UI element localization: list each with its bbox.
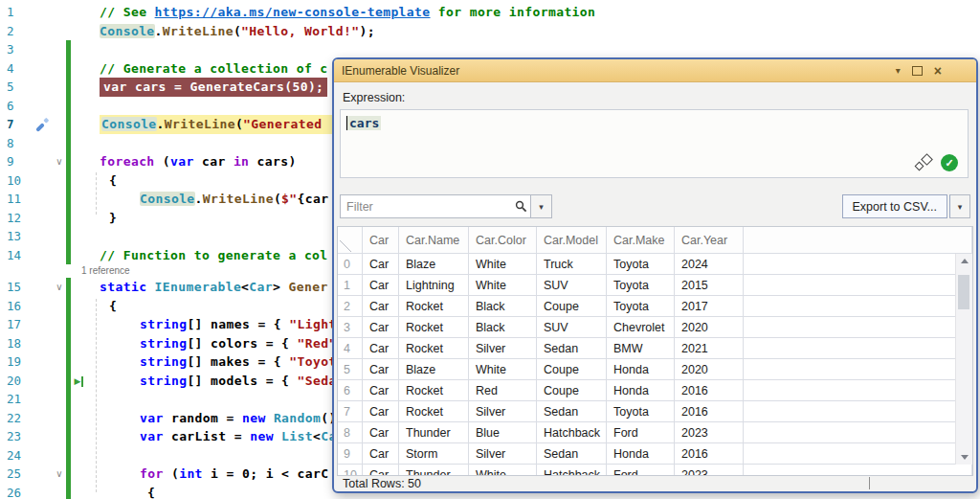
data-cell: Coupe <box>537 380 607 401</box>
code-text[interactable]: var cars = GenerateCars(50); <box>100 78 327 97</box>
data-cell <box>744 359 972 380</box>
line-number: 22 <box>0 411 32 425</box>
data-cell: Silver <box>469 401 537 422</box>
column-header-car-color[interactable]: Car.Color <box>469 227 537 254</box>
expression-value: cars <box>347 116 381 130</box>
code-text[interactable]: } <box>109 209 117 228</box>
table-row-6[interactable]: 6CarRocketRedCoupeHonda2016 <box>338 380 972 401</box>
line-number: 19 <box>0 354 32 369</box>
column-header-car-name[interactable]: Car.Name <box>399 227 469 254</box>
code-text[interactable]: // Generate a collection of c <box>100 59 328 79</box>
table-row-4[interactable]: 4CarRocketSilverSedanBMW2021 <box>338 338 972 359</box>
code-text[interactable]: string[] models = { "Seda <box>140 372 337 391</box>
column-header-car-make[interactable]: Car.Make <box>607 227 675 254</box>
data-cell <box>744 465 972 476</box>
window-menu-icon[interactable]: ▾ <box>896 66 901 76</box>
code-text[interactable]: var carList = new List<Ca <box>140 427 337 446</box>
data-cell <box>744 275 972 296</box>
table-row-7[interactable]: 7CarRocketSilverSedanToyota2016 <box>338 401 972 422</box>
search-icon[interactable] <box>511 200 530 213</box>
scroll-up-button[interactable] <box>956 254 972 268</box>
data-cell: Car <box>363 296 399 317</box>
cars-data-grid[interactable]: CarCar.NameCar.ColorCar.ModelCar.MakeCar… <box>337 226 973 476</box>
fold-chevron-icon[interactable]: ∨ <box>53 157 66 167</box>
data-cell: White <box>469 275 537 296</box>
line-number: 3 <box>0 42 32 57</box>
column-header-car-model[interactable]: Car.Model <box>537 227 607 254</box>
code-text[interactable]: static IEnumerable<Car> Gener <box>100 278 328 297</box>
data-cell: Blue <box>469 422 537 443</box>
column-header-car[interactable]: Car <box>363 227 399 254</box>
code-text[interactable]: foreach (var car in cars) <box>100 152 297 171</box>
filter-dropdown-button[interactable]: ▾ <box>531 194 552 218</box>
scroll-down-button[interactable] <box>956 450 972 465</box>
select-all-corner-icon[interactable] <box>340 240 351 252</box>
data-cell: Hatchback <box>537 422 607 443</box>
filter-input[interactable] <box>341 200 511 214</box>
code-text[interactable]: string[] colors = { "Red" <box>140 334 337 353</box>
code-text[interactable]: { <box>109 297 117 316</box>
table-row-9[interactable]: 9CarStormSilverSedanHonda2016 <box>338 443 972 465</box>
export-to-csv-button[interactable]: Export to CSV... <box>842 194 947 218</box>
table-vertical-scrollbar[interactable] <box>955 254 972 465</box>
fold-chevron-icon[interactable]: ∨ <box>53 469 66 479</box>
data-cell: 2023 <box>675 465 744 476</box>
code-text[interactable]: Console.WriteLine("Hello, World!"); <box>100 22 375 41</box>
table-row-8[interactable]: 8CarThunderBlueHatchbackFord2023 <box>338 422 972 443</box>
expression-input[interactable]: cars ✓ <box>340 109 969 178</box>
table-row-10[interactable]: 10CarThunderWhiteHatchbackFord2023 <box>338 465 972 476</box>
expression-label: Expression: <box>343 91 405 104</box>
corner-header-cell <box>338 227 363 254</box>
data-cell: Car <box>363 317 399 338</box>
code-text[interactable]: for (int i = 0; i < carC <box>140 465 328 484</box>
code-line-3: 3 <box>0 40 980 59</box>
line-number: 1 <box>0 5 32 19</box>
data-cell: Truck <box>537 254 607 275</box>
line-number: 5 <box>0 79 32 94</box>
expression-valid-check-icon: ✓ <box>941 154 958 171</box>
data-cell: 2016 <box>675 380 744 401</box>
data-cell: Honda <box>607 380 675 401</box>
line-number: 21 <box>0 392 32 406</box>
maximize-icon[interactable] <box>912 66 923 76</box>
dialog-titlebar[interactable]: IEnumerable Visualizer ▾ × <box>334 59 976 82</box>
line-number: 17 <box>0 317 32 331</box>
data-cell: Toyota <box>607 296 675 317</box>
column-header-car-year[interactable]: Car.Year <box>675 227 744 254</box>
change-tracking-bar <box>66 390 71 409</box>
code-text[interactable]: { <box>147 484 155 499</box>
change-tracking-bar <box>66 484 71 499</box>
line-number: 15 <box>0 280 32 294</box>
table-row-3[interactable]: 3CarRocketBlackSUVChevrolet2020 <box>338 317 972 338</box>
line-number: 14 <box>0 248 32 262</box>
change-tracking-bar <box>66 246 71 265</box>
code-text[interactable]: string[] names = { "Light <box>140 315 337 334</box>
data-cell: Thunder <box>399 422 469 443</box>
code-text[interactable]: Console.WriteLine($"{car <box>140 190 329 209</box>
close-icon[interactable]: × <box>934 65 942 77</box>
line-number: 11 <box>0 192 32 206</box>
change-tracking-bar <box>66 190 71 209</box>
line-number: 16 <box>0 299 32 313</box>
line-number: 23 <box>0 429 32 443</box>
code-text[interactable]: var random = new Random() <box>140 409 337 428</box>
change-tracking-bar <box>66 134 71 153</box>
row-index-cell: 4 <box>338 338 363 359</box>
table-row-1[interactable]: 1CarLightningWhiteSUVToyota2015 <box>338 275 972 296</box>
export-dropdown-button[interactable]: ▾ <box>949 194 970 218</box>
code-text[interactable]: // Function to generate a col <box>100 246 328 265</box>
table-row-5[interactable]: 5CarBlazeWhiteCoupeHonda2020 <box>338 359 972 380</box>
change-tracking-bar <box>66 427 71 446</box>
data-cell: Ford <box>607 465 675 476</box>
code-text[interactable]: string[] makes = { "Toyot <box>140 352 337 372</box>
table-row-0[interactable]: 0CarBlazeWhiteTruckToyota2024 <box>338 254 972 275</box>
row-index-cell: 7 <box>338 401 363 422</box>
quick-actions-wand-icon[interactable] <box>32 117 53 132</box>
scrollbar-thumb[interactable] <box>958 275 969 309</box>
table-row-2[interactable]: 2CarRocketBlackCoupeToyota2017 <box>338 296 972 317</box>
code-text[interactable]: // See https://aka.ms/new-console-templa… <box>100 3 595 22</box>
data-cell: 2020 <box>675 317 744 338</box>
run-marker-icon[interactable]: ▶ <box>71 372 87 389</box>
fold-chevron-icon[interactable]: ∨ <box>53 283 66 292</box>
code-text[interactable]: { <box>109 171 117 191</box>
